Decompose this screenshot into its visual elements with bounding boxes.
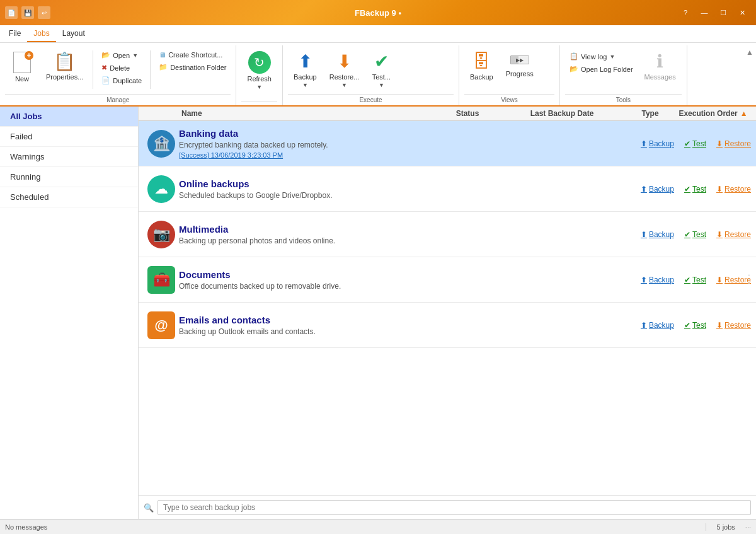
job-backup-link-online[interactable]: ⬆ Backup bbox=[641, 185, 674, 194]
job-restore-link-online[interactable]: ⬇ Restore bbox=[716, 185, 751, 194]
job-info-banking: Banking data Encrypted banking data back… bbox=[179, 128, 641, 159]
view-log-icon: 📋 bbox=[570, 52, 578, 61]
job-desc-multimedia: Backing up personal photos and videos on… bbox=[179, 236, 641, 245]
create-shortcut-button[interactable]: 🖥 Create Shortcut... bbox=[154, 49, 231, 61]
views-label: Views bbox=[464, 94, 554, 105]
row-dots-icon: ··· bbox=[743, 274, 755, 286]
properties-button-label: Properties... bbox=[46, 73, 83, 81]
title-bar: 📄 💾 ↩ FBackup 9 • ? — ☐ ✕ bbox=[0, 0, 756, 25]
backup-arrow-icon-3: ⬆ bbox=[641, 230, 647, 239]
collapse-icon: ▲ bbox=[746, 48, 753, 57]
job-row-documents[interactable]: 🧰 Documents Office documents backed up t… bbox=[139, 257, 756, 303]
duplicate-button[interactable]: 📄 Duplicate bbox=[97, 74, 146, 86]
sidebar-item-failed[interactable]: Failed bbox=[0, 127, 138, 147]
maximize-button[interactable]: ☐ bbox=[714, 6, 732, 19]
delete-icon: ✖ bbox=[101, 64, 107, 72]
undo-icon[interactable]: ↩ bbox=[38, 6, 50, 19]
job-icon-multimedia: 📷 bbox=[144, 221, 179, 248]
progress-label: Progress bbox=[506, 70, 534, 78]
save-icon-title[interactable]: 💾 bbox=[21, 6, 34, 19]
status-bar: No messages 5 jobs ··· bbox=[0, 519, 756, 534]
job-name-online: Online backups bbox=[179, 178, 641, 189]
job-row-online-backups[interactable]: ☁ Online backups Scheduled backups to Go… bbox=[139, 166, 756, 212]
backup-execute-button[interactable]: ⬆ Backup ▼ bbox=[288, 48, 323, 91]
job-test-link-documents[interactable]: ✔ Test bbox=[684, 276, 706, 284]
job-icon-emails: @ bbox=[144, 311, 179, 339]
messages-button[interactable]: ℹ Messages bbox=[639, 48, 682, 84]
job-test-link-online[interactable]: ✔ Test bbox=[684, 185, 706, 194]
job-row-multimedia[interactable]: 📷 Multimedia Backing up personal photos … bbox=[139, 212, 756, 257]
test-check-icon-5: ✔ bbox=[684, 321, 690, 330]
sidebar-item-running[interactable]: Running bbox=[0, 167, 138, 187]
job-restore-link-emails[interactable]: ⬇ Restore bbox=[716, 321, 751, 330]
status-jobs: 5 jobs bbox=[706, 523, 745, 531]
job-row-banking-data[interactable]: 🏦 Banking data Encrypted banking data ba… bbox=[139, 121, 756, 166]
open-button[interactable]: 📂 Open ▼ bbox=[97, 49, 146, 61]
ribbon-sep-2 bbox=[150, 50, 151, 89]
job-backup-link-multimedia[interactable]: ⬆ Backup bbox=[641, 230, 674, 239]
ribbon-refresh-section: ↻ Refresh ▼ bbox=[236, 45, 283, 105]
views-buttons: 🗄 Backup ▶▶ Progress bbox=[464, 45, 554, 94]
sidebar-item-all-jobs[interactable]: All Jobs bbox=[0, 107, 138, 127]
job-test-link-emails[interactable]: ✔ Test bbox=[684, 321, 706, 330]
job-backup-link-documents[interactable]: ⬆ Backup bbox=[641, 276, 674, 284]
execute-buttons: ⬆ Backup ▼ ⬇ Restore... ▼ ✔ Test... ▼ bbox=[288, 45, 454, 94]
manage-label: Manage bbox=[5, 94, 231, 105]
job-icon-documents: 🧰 bbox=[144, 266, 179, 294]
job-restore-link-banking[interactable]: ⬇ Restore bbox=[716, 139, 751, 148]
tools-label: Tools bbox=[565, 94, 682, 105]
job-desc-banking: Encrypted banking data backed up remotel… bbox=[179, 141, 641, 149]
job-backup-link-emails[interactable]: ⬆ Backup bbox=[641, 321, 674, 330]
job-test-link-banking[interactable]: ✔ Test bbox=[684, 139, 706, 148]
progress-button[interactable]: ▶▶ Progress bbox=[500, 48, 539, 81]
sidebar-item-scheduled[interactable]: Scheduled bbox=[0, 187, 138, 207]
refresh-button[interactable]: ↻ Refresh ▼ bbox=[241, 48, 277, 93]
col-header-last-backup: Last Backup Date bbox=[499, 109, 625, 118]
menu-layout[interactable]: Layout bbox=[56, 25, 91, 42]
sidebar-item-warnings[interactable]: Warnings bbox=[0, 147, 138, 167]
menu-file[interactable]: File bbox=[3, 25, 27, 42]
restore-execute-button[interactable]: ⬇ Restore... ▼ bbox=[324, 48, 365, 91]
job-restore-link-multimedia[interactable]: ⬇ Restore bbox=[716, 230, 751, 239]
restore-arrow-icon: ⬇ bbox=[716, 139, 723, 148]
search-icon: 🔍 bbox=[144, 503, 154, 513]
job-info-documents: Documents Office documents backed up to … bbox=[179, 269, 641, 291]
backup-views-button[interactable]: 🗄 Backup bbox=[464, 48, 499, 84]
ribbon: + New 📋 Properties... 📂 Open ▼ ✖ Del bbox=[0, 43, 756, 107]
job-actions-multimedia: ⬆ Backup ✔ Test ⬇ Restore bbox=[641, 230, 751, 239]
execute-label: Execute bbox=[288, 94, 454, 105]
ribbon-collapse-button[interactable]: ▲ bbox=[743, 45, 756, 105]
col-header-status: Status bbox=[436, 109, 499, 118]
main-area: All Jobs Failed Warnings Running Schedul… bbox=[0, 107, 756, 519]
job-name-multimedia: Multimedia bbox=[179, 224, 641, 235]
open-log-folder-button[interactable]: 📂 Open Log Folder bbox=[565, 63, 638, 75]
destination-folder-button[interactable]: 📁 Destination Folder bbox=[154, 61, 231, 73]
menu-jobs[interactable]: Jobs bbox=[27, 25, 55, 42]
col-header-exec-order: Execution Order ▲ bbox=[675, 109, 751, 118]
job-actions-emails: ⬆ Backup ✔ Test ⬇ Restore bbox=[641, 321, 751, 330]
job-backup-link-banking[interactable]: ⬆ Backup bbox=[641, 139, 674, 148]
job-row-emails[interactable]: @ Emails and contacts Backing up Outlook… bbox=[139, 303, 756, 348]
new-button[interactable]: + New bbox=[5, 48, 39, 86]
test-execute-button[interactable]: ✔ Test... ▼ bbox=[366, 48, 396, 91]
tools-buttons: 📋 View log ▼ 📂 Open Log Folder ℹ Message… bbox=[565, 45, 682, 94]
minimize-button[interactable]: — bbox=[696, 6, 713, 19]
title-bar-icons: 📄 💾 ↩ bbox=[5, 6, 50, 19]
log-buttons-group: 📋 View log ▼ 📂 Open Log Folder bbox=[565, 48, 638, 76]
search-input[interactable] bbox=[158, 500, 751, 515]
shortcut-icon: 🖥 bbox=[159, 51, 166, 59]
properties-button[interactable]: 📋 Properties... bbox=[40, 48, 89, 84]
backup-views-label: Backup bbox=[470, 73, 493, 81]
test-check-icon-2: ✔ bbox=[684, 185, 690, 194]
job-test-link-multimedia[interactable]: ✔ Test bbox=[684, 230, 706, 239]
help-button[interactable]: ? bbox=[677, 6, 694, 19]
job-icon-banking: 🏦 bbox=[144, 130, 179, 158]
view-log-button[interactable]: 📋 View log ▼ bbox=[565, 50, 638, 62]
app-icon: 📄 bbox=[5, 6, 18, 19]
delete-button[interactable]: ✖ Delete bbox=[97, 62, 146, 74]
backup-arrow-icon-2: ⬆ bbox=[641, 185, 647, 194]
ribbon-manage-buttons: + New 📋 Properties... 📂 Open ▼ ✖ Del bbox=[5, 45, 231, 94]
restore-arrow-icon-3: ⬇ bbox=[716, 230, 723, 239]
restore-arrow-icon-5: ⬇ bbox=[716, 321, 723, 330]
close-button[interactable]: ✕ bbox=[733, 6, 751, 19]
